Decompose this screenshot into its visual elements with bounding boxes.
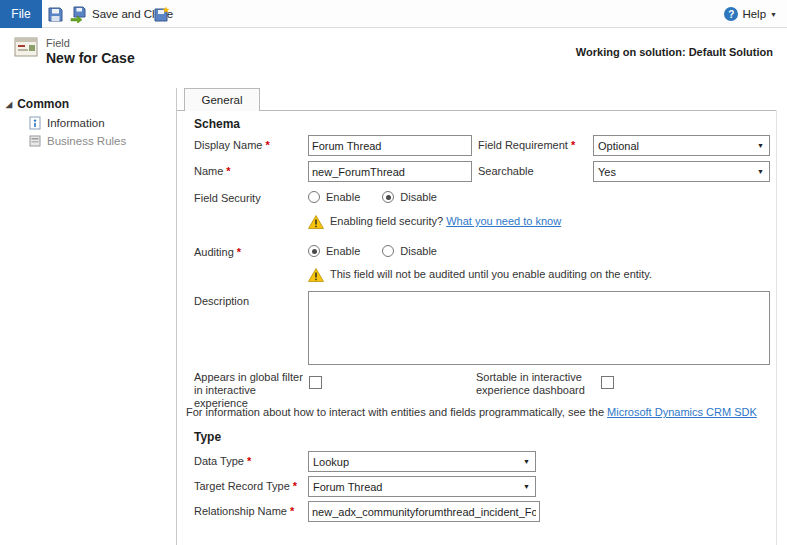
field-security-disable-label: Disable: [400, 191, 437, 203]
sortable-label: Sortable in interactive experience dashb…: [476, 371, 601, 397]
data-type-select[interactable]: Lookup ▼: [308, 451, 536, 472]
description-textarea[interactable]: [308, 291, 770, 365]
sidebar-item-information[interactable]: Information: [28, 116, 105, 130]
auditing-disable-radio[interactable]: [382, 245, 394, 257]
sidebar-group-label: Common: [17, 97, 69, 111]
auditing-label-text: Auditing: [194, 246, 234, 258]
business-rules-icon: [28, 134, 42, 148]
auditing-label: Auditing*: [194, 246, 241, 258]
save-and-close-icon: [70, 6, 88, 23]
description-label: Description: [194, 295, 249, 307]
field-security-warning: Enabling field security? What you need t…: [308, 215, 561, 229]
chevron-down-icon: ▼: [518, 483, 535, 490]
field-security-label: Field Security: [194, 192, 261, 204]
sdk-note-text: For information about how to interact wi…: [186, 406, 604, 418]
help-label: Help: [742, 8, 766, 20]
sidebar-item-business-rules[interactable]: Business Rules: [28, 134, 126, 148]
name-label: Name*: [194, 165, 231, 177]
searchable-select[interactable]: Yes ▼: [593, 161, 770, 182]
name-input[interactable]: [308, 161, 472, 182]
display-name-label: Display Name*: [194, 139, 270, 151]
record-type-label: Field: [46, 37, 70, 49]
help-icon: ?: [724, 7, 738, 21]
data-type-label-text: Data Type: [194, 455, 244, 467]
display-name-input[interactable]: [308, 135, 472, 156]
sdk-note: For information about how to interact wi…: [186, 406, 757, 418]
file-button[interactable]: File: [0, 0, 42, 28]
field-requirement-value: Optional: [594, 140, 752, 152]
security-warning-text: Enabling field security?: [330, 215, 443, 227]
relationship-name-input[interactable]: [308, 501, 540, 522]
global-filter-checkbox[interactable]: [309, 376, 322, 389]
field-entity-icon: [14, 36, 40, 62]
warning-icon: [308, 268, 324, 282]
help-menu[interactable]: ? Help ▼: [724, 0, 777, 28]
auditing-enable-label: Enable: [326, 245, 360, 257]
required-marker: *: [247, 455, 251, 467]
save-button[interactable]: [46, 5, 64, 23]
required-marker: *: [290, 505, 294, 517]
sortable-checkbox[interactable]: [601, 376, 614, 389]
chevron-down-icon: ▼: [770, 11, 777, 18]
data-type-value: Lookup: [309, 456, 518, 468]
relationship-name-label: Relationship Name*: [194, 505, 294, 517]
field-security-radio-group: Enable Disable: [308, 191, 453, 203]
target-record-type-label: Target Record Type*: [194, 480, 297, 492]
data-type-label: Data Type*: [194, 455, 251, 467]
schema-section-heading: Schema: [194, 117, 240, 131]
tree-expand-icon: ◢: [6, 100, 12, 109]
tab-general-label: General: [202, 94, 243, 106]
searchable-label: Searchable: [478, 165, 534, 177]
warning-icon: [308, 215, 324, 229]
field-requirement-label: Field Requirement*: [478, 139, 575, 151]
tab-general[interactable]: General: [184, 88, 260, 111]
content-right-border: [776, 110, 777, 545]
information-icon: [28, 116, 42, 130]
save-and-new-button[interactable]: [152, 5, 170, 23]
target-record-type-value: Forum Thread: [309, 481, 518, 493]
display-name-label-text: Display Name: [194, 139, 262, 151]
page-title: New for Case: [46, 50, 135, 66]
field-security-enable-label: Enable: [326, 191, 360, 203]
field-editor-window: File Save and Close ?: [0, 0, 787, 545]
field-security-enable-radio[interactable]: [308, 191, 320, 203]
target-record-type-select[interactable]: Forum Thread ▼: [308, 476, 536, 497]
chevron-down-icon: ▼: [752, 142, 769, 149]
relationship-name-label-text: Relationship Name: [194, 505, 287, 517]
chevron-down-icon: ▼: [752, 168, 769, 175]
auditing-warning: This field will not be audited until you…: [308, 268, 652, 282]
field-requirement-label-text: Field Requirement: [478, 139, 568, 151]
target-record-type-label-text: Target Record Type: [194, 480, 290, 492]
sidebar-item-label: Business Rules: [47, 135, 126, 147]
chevron-down-icon: ▼: [518, 458, 535, 465]
field-requirement-select[interactable]: Optional ▼: [593, 135, 770, 156]
save-and-new-icon: [153, 6, 170, 23]
type-section-heading: Type: [194, 430, 221, 444]
auditing-radio-group: Enable Disable: [308, 245, 453, 257]
security-warning-link[interactable]: What you need to know: [446, 215, 561, 227]
sidebar-group-common[interactable]: ◢ Common: [6, 97, 69, 111]
content-top-border: [177, 110, 776, 111]
required-marker: *: [571, 139, 575, 151]
sdk-link[interactable]: Microsoft Dynamics CRM SDK: [607, 406, 757, 418]
auditing-enable-radio[interactable]: [308, 245, 320, 257]
required-marker: *: [293, 480, 297, 492]
auditing-warning-text: This field will not be audited until you…: [330, 268, 652, 280]
required-marker: *: [226, 165, 230, 177]
working-on-solution-label: Working on solution: Default Solution: [576, 46, 773, 58]
field-security-disable-radio[interactable]: [382, 191, 394, 203]
searchable-value: Yes: [594, 166, 752, 178]
required-marker: *: [265, 139, 269, 151]
required-marker: *: [237, 246, 241, 258]
auditing-disable-label: Disable: [400, 245, 437, 257]
save-and-close-button[interactable]: [70, 5, 88, 23]
global-filter-label: Appears in global filter in interactive …: [194, 371, 306, 410]
file-button-label: File: [11, 7, 30, 21]
toolbar: File Save and Close ?: [0, 0, 787, 28]
save-icon: [47, 6, 64, 23]
sidebar-item-label: Information: [47, 117, 105, 129]
sidebar-divider: [176, 88, 177, 545]
name-label-text: Name: [194, 165, 223, 177]
